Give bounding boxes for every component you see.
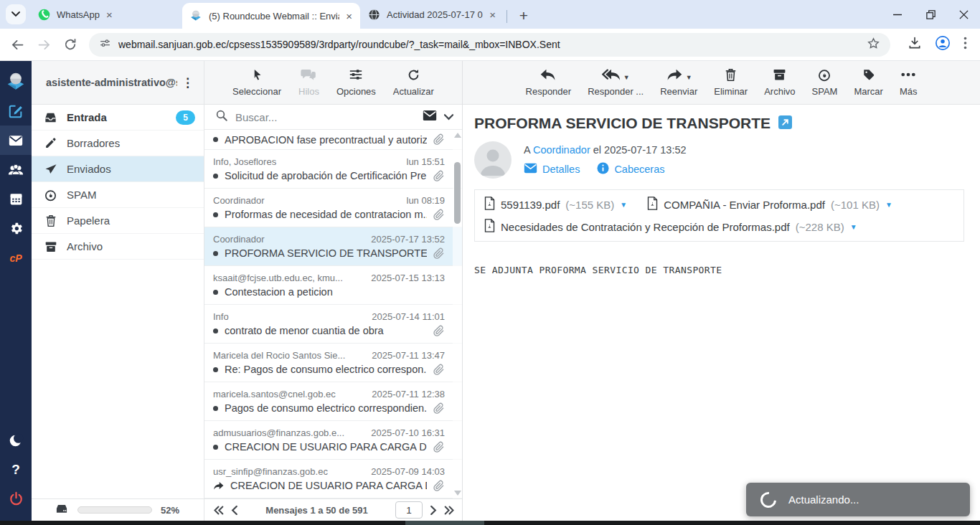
folder-archivo[interactable]: Archivo [32,234,204,260]
bookmark-star-icon[interactable] [867,37,880,53]
logout-power-icon[interactable] [0,484,32,514]
folder-borradores[interactable]: Borradores [32,131,204,156]
reply-button[interactable]: Responder [526,67,572,104]
refresh-button[interactable]: Actualizar [393,67,434,104]
close-icon[interactable] [947,0,980,29]
folder-label: Enviados [67,163,195,175]
prev-page-icon[interactable] [231,506,238,515]
settings-gear-icon[interactable] [0,214,32,243]
last-page-icon[interactable] [444,506,455,515]
search-input[interactable] [235,111,415,123]
scrollbar-thumb[interactable] [454,162,461,224]
pdf-file-icon [484,197,495,212]
tab-roundcube-active[interactable]: (5) Roundcube Webmail :: Envia × [182,3,360,29]
site-settings-icon[interactable] [99,37,111,52]
scroll-up-icon[interactable] [454,133,461,138]
tab-search-button[interactable] [6,4,26,24]
reply-all-icon: ▼ [602,67,630,82]
attachment-item[interactable]: Necesidades de Contratación y Recepción … [484,219,857,235]
tab-actividad[interactable]: Actividad 2025-07-17 08:00:00 × [360,3,504,26]
headers-link[interactable]: Cabeceras [614,164,664,175]
next-page-icon[interactable] [430,506,437,515]
unread-dot [213,406,218,411]
message-row[interactable]: admusuarios@finanzas.gob.e...2025-07-10 … [204,421,462,460]
minimize-icon[interactable] [881,0,914,29]
message-row[interactable]: Coordinadorlun 08:19 Proformas de necesi… [204,189,462,227]
paperclip-icon [433,247,445,260]
folder-papelera[interactable]: Papelera [32,208,204,234]
message-row[interactable]: ksaait@fcjse.utb.edu.ec, kmu...2025-07-1… [204,266,462,305]
toast-text: Actualizando... [788,493,859,506]
archive-box-icon [773,67,786,82]
reload-icon[interactable] [63,37,77,52]
message-date: lun 08:19 [407,195,446,206]
browser-window: WhatsApp × (5) Roundcube Webmail :: Envi… [0,0,980,525]
menu-kebab-icon[interactable] [963,37,967,52]
message-row[interactable]: Info2025-07-14 11:01 contrato de menor c… [204,305,462,344]
downloads-icon[interactable] [908,36,922,53]
contacts-icon[interactable] [0,155,32,184]
help-icon[interactable]: ? [0,455,32,484]
attachment-menu-caret-icon[interactable]: ▼ [885,201,892,209]
attachment-menu-caret-icon[interactable]: ▼ [850,223,857,231]
cpanel-logo[interactable]: cP [0,243,32,273]
message-sender: Info, Joseflores [213,156,401,167]
mail-icon[interactable] [0,126,32,155]
recipient-link[interactable]: Coordinador [533,144,590,156]
delete-button[interactable]: Eliminar [714,67,748,104]
page-number-input[interactable] [395,501,423,519]
attachment-name: COMPAÑIA - Enviar Proforma.pdf [664,199,825,211]
spam-button[interactable]: SPAM [812,67,838,104]
account-menu-icon[interactable]: ⋮ [177,81,198,85]
attachment-item[interactable]: 5591139.pdf (~155 KB) ▼ [484,197,627,212]
address-bar[interactable]: webmail.sanjuan.gob.ec/cpsess1535909589/… [89,33,890,57]
more-button[interactable]: Más [900,67,918,104]
external-link-icon[interactable] [778,115,792,132]
archive-button[interactable]: Archivo [764,67,795,104]
calendar-icon[interactable] [0,184,32,214]
mark-button[interactable]: Marcar [854,67,882,104]
new-tab-button[interactable]: + [514,7,533,24]
tab-whatsapp[interactable]: WhatsApp × [30,3,182,26]
scroll-down-icon[interactable] [454,491,461,496]
dark-mode-moon-icon[interactable] [0,425,32,455]
list-scrollbar[interactable] [453,130,462,498]
search-options-chevron-icon[interactable] [444,110,453,123]
options-button[interactable]: Opciones [336,67,376,104]
spam-flame-icon [44,189,57,202]
first-page-icon[interactable] [213,506,224,515]
message-row[interactable]: Maricela del Rocio Santos Sie...2025-07-… [204,344,462,382]
restore-icon[interactable] [914,0,947,29]
details-link[interactable]: Detalles [542,164,580,175]
threads-button[interactable]: Hilos [298,67,319,104]
list-pagination: Mensajes 1 a 50 de 591 [204,498,462,521]
folder-enviados[interactable]: Enviados [32,156,204,182]
forward-icon[interactable] [37,37,52,52]
back-icon[interactable] [10,37,25,52]
profile-icon[interactable] [935,35,951,54]
folder-entrada[interactable]: Entrada 5 [32,105,204,131]
forward-label: Reenviar [660,86,697,97]
search-scope-mail-icon[interactable] [423,110,437,124]
message-row[interactable]: Info, Josefloreslun 15:51 Solicitud de a… [204,150,462,189]
message-subject: Pagos de consumo electrico correspondien… [225,402,427,414]
folder-label: SPAM [67,189,195,201]
tab-close-icon[interactable]: × [487,9,498,21]
message-row[interactable]: maricela.santos@cnel.gob.ec2025-07-11 12… [204,382,462,421]
folder-spam[interactable]: SPAM [32,182,204,208]
globe-icon [367,8,380,21]
select-button[interactable]: Seleccionar [232,67,281,104]
compose-icon[interactable] [0,96,32,126]
message-row-selected[interactable]: Coordinador2025-07-17 13:52 PROFORMA SER… [204,227,462,266]
attachment-menu-caret-icon[interactable]: ▼ [620,201,627,209]
forward-button[interactable]: ▼ Reenviar [660,67,697,104]
message-row[interactable]: usr_sinfip@finanzas.gob.ec2025-07-09 14:… [204,460,462,498]
unread-dot [213,212,218,217]
tab-close-icon[interactable]: × [344,10,354,22]
attachment-item[interactable]: COMPAÑIA - Enviar Proforma.pdf (~101 KB)… [647,197,892,212]
message-row[interactable]: APROBACION fase precontractual y autoriz… [204,130,462,150]
archive-label: Archivo [764,86,795,97]
reply-all-button[interactable]: ▼ Responder ... [588,67,644,104]
tab-close-icon[interactable]: × [104,9,115,21]
attachment-size: (~228 KB) [796,221,844,233]
